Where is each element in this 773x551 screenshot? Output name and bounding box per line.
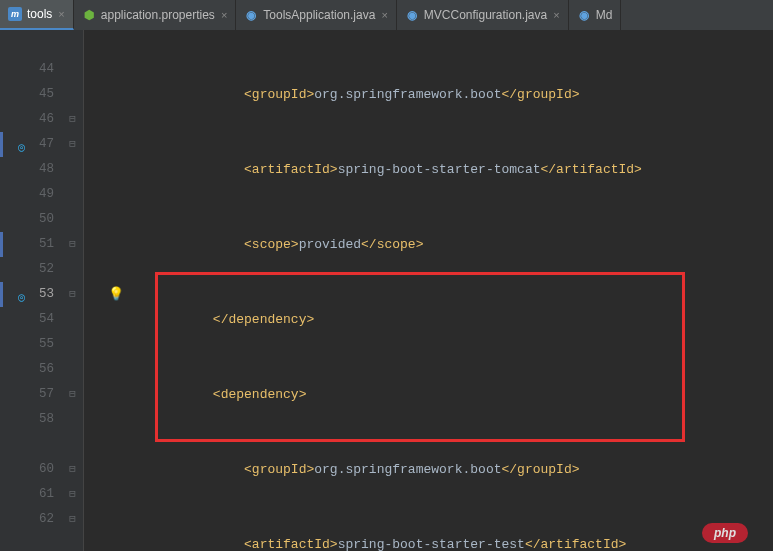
line-number: 52: [16, 257, 62, 282]
fold-toggle-icon[interactable]: ⊟: [62, 132, 83, 157]
line-number: 56: [16, 357, 62, 382]
fold-blank: [62, 257, 83, 282]
spring-icon: ⬢: [82, 8, 96, 22]
code-line: <scope>provided</scope>: [84, 232, 773, 257]
line-number: 45: [16, 82, 62, 107]
line-number: 62: [16, 507, 62, 532]
tab-md[interactable]: ◉Md: [569, 0, 622, 30]
close-icon[interactable]: ×: [221, 9, 227, 21]
tab-label: ToolsApplication.java: [263, 8, 375, 22]
code-line: <groupId>org.springframework.boot</group…: [84, 457, 773, 482]
fold-toggle-icon[interactable]: ⊟: [62, 482, 83, 507]
tab-label: application.properties: [101, 8, 215, 22]
line-number: 61: [16, 482, 62, 507]
lightbulb-icon[interactable]: 💡: [108, 286, 124, 302]
code-line: <artifactId>spring-boot-starter-tomcat</…: [84, 157, 773, 182]
line-number: [16, 432, 62, 457]
code-line: <artifactId>spring-boot-starter-test</ar…: [84, 532, 773, 551]
fold-blank: [62, 57, 83, 82]
close-icon[interactable]: ×: [58, 8, 64, 20]
change-marker: [0, 282, 3, 307]
left-gutter-strip: [0, 30, 16, 551]
line-number: 50: [16, 207, 62, 232]
line-number: 60: [16, 457, 62, 482]
close-icon[interactable]: ×: [381, 9, 387, 21]
fold-gutter: ⊟ ⊟ ⊟ ⊟ ⊟ ⊟ ⊟ ⊟: [62, 30, 84, 551]
tab-label: tools: [27, 7, 52, 21]
fold-blank: [62, 357, 83, 382]
fold-blank: [62, 432, 83, 457]
fold-toggle-icon[interactable]: ⊟: [62, 232, 83, 257]
java-icon: ◉: [244, 8, 258, 22]
editor-tabs: mtools× ⬢application.properties× ◉ToolsA…: [0, 0, 773, 30]
override-icon[interactable]: ◎: [18, 286, 25, 311]
change-marker: [0, 232, 3, 257]
tab-label: Md: [596, 8, 613, 22]
fold-blank: [62, 332, 83, 357]
code-line: <groupId>org.springframework.boot</group…: [84, 82, 773, 107]
code-area[interactable]: <groupId>org.springframework.boot</group…: [84, 30, 773, 551]
fold-toggle-icon[interactable]: ⊟: [62, 282, 83, 307]
line-number: 49: [16, 182, 62, 207]
tab-tools[interactable]: mtools×: [0, 0, 74, 30]
fold-blank: [62, 32, 83, 57]
line-number: 44: [16, 57, 62, 82]
java-icon: ◉: [577, 8, 591, 22]
tab-mvc-configuration[interactable]: ◉MVCConfiguration.java×: [397, 0, 569, 30]
line-number: 58: [16, 407, 62, 432]
change-marker: [0, 132, 3, 157]
fold-blank: [62, 207, 83, 232]
code-line: <dependency>: [84, 382, 773, 407]
fold-blank: [62, 307, 83, 332]
override-icon[interactable]: ◎: [18, 136, 25, 161]
line-number-gutter: 44 45 46 47 48 49 50 51 52 53 54 55 56 5…: [16, 30, 62, 551]
line-number: [16, 32, 62, 57]
fold-toggle-icon[interactable]: ⊟: [62, 107, 83, 132]
java-icon: ◉: [405, 8, 419, 22]
line-number: 46: [16, 107, 62, 132]
tab-application-properties[interactable]: ⬢application.properties×: [74, 0, 237, 30]
fold-blank: [62, 157, 83, 182]
line-number: 55: [16, 332, 62, 357]
fold-blank: [62, 407, 83, 432]
watermark-badge: php: [702, 523, 748, 543]
fold-toggle-icon[interactable]: ⊟: [62, 382, 83, 407]
code-editor[interactable]: 44 45 46 47 48 49 50 51 52 53 54 55 56 5…: [0, 30, 773, 551]
tab-tools-application[interactable]: ◉ToolsApplication.java×: [236, 0, 397, 30]
line-number: 57: [16, 382, 62, 407]
tab-label: MVCConfiguration.java: [424, 8, 547, 22]
code-line: </dependency>: [84, 307, 773, 332]
maven-icon: m: [8, 7, 22, 21]
line-number: 51: [16, 232, 62, 257]
close-icon[interactable]: ×: [553, 9, 559, 21]
fold-toggle-icon[interactable]: ⊟: [62, 457, 83, 482]
fold-blank: [62, 82, 83, 107]
fold-toggle-icon[interactable]: ⊟: [62, 507, 83, 532]
fold-blank: [62, 182, 83, 207]
